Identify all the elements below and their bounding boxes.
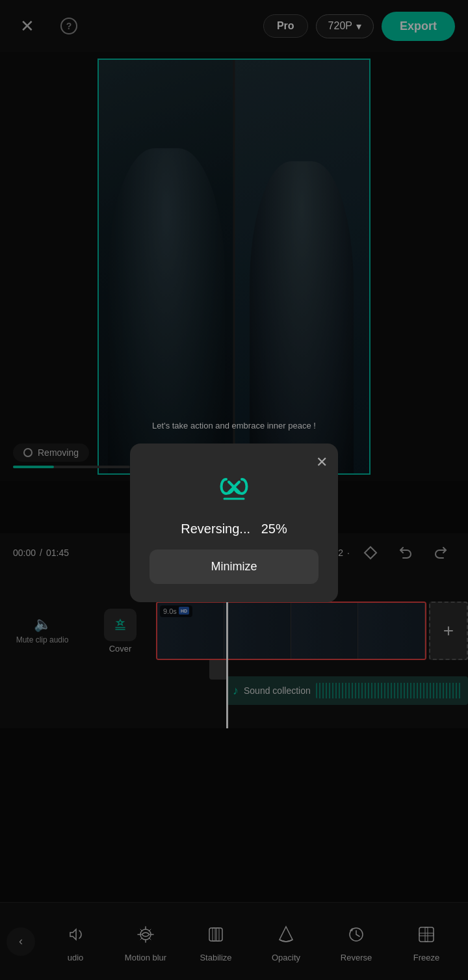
reversing-modal: ✕ Reversing... 25% — [130, 444, 338, 602]
modal-overlay: ✕ Reversing... 25% — [0, 0, 468, 980]
capcut-logo — [211, 463, 257, 509]
modal-close-button[interactable]: ✕ — [316, 454, 328, 471]
modal-minimize-button[interactable]: Minimize — [150, 550, 318, 584]
modal-status-text: Reversing... 25% — [181, 522, 287, 536]
